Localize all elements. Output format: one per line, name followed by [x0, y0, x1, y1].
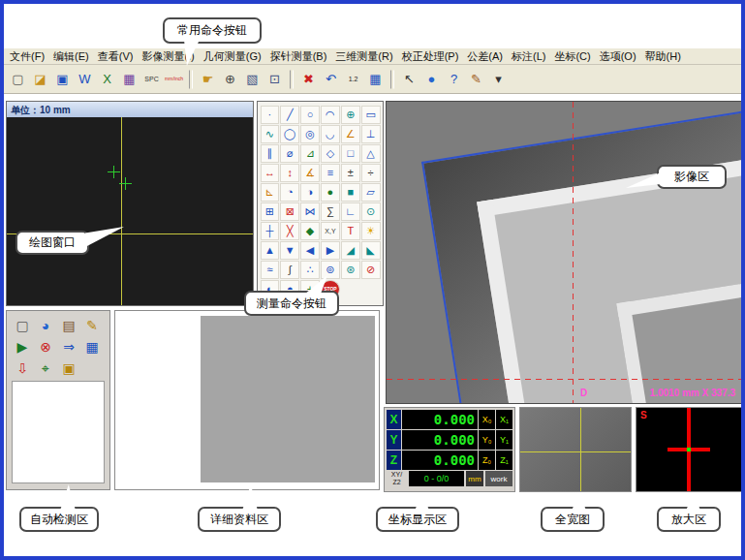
measure-tool-icon[interactable]: ▭: [361, 106, 381, 124]
measure-tool-icon[interactable]: ◑: [300, 183, 320, 202]
auto-detect-list[interactable]: [12, 381, 105, 483]
menu-item[interactable]: 三维测量(R): [335, 49, 392, 64]
axis-button[interactable]: Z: [387, 451, 401, 470]
measure-tool-icon[interactable]: ⊥: [361, 125, 381, 143]
pan-hand-icon[interactable]: ☛: [198, 69, 218, 89]
toolbar-separator[interactable]: [390, 70, 394, 89]
sphere-icon[interactable]: ●: [421, 69, 442, 89]
measure-tool-icon[interactable]: ⊿: [300, 144, 320, 163]
measure-tool-icon[interactable]: ∟: [341, 202, 360, 221]
measure-tool-icon[interactable]: ▶: [321, 241, 340, 260]
magnifier-panel[interactable]: S: [636, 407, 742, 492]
measure-tool-icon[interactable]: ◡: [321, 125, 340, 143]
run-icon[interactable]: ▶: [11, 336, 34, 358]
toolbar-separator[interactable]: [290, 70, 294, 89]
axis-button[interactable]: Y: [387, 430, 401, 450]
plane-toggle-button[interactable]: XY/ Z2: [387, 471, 407, 486]
measure-tool-icon[interactable]: ╱: [280, 106, 299, 124]
stop-icon[interactable]: ⊗: [34, 336, 57, 358]
grid-icon[interactable]: ▦: [80, 336, 104, 358]
number-label-icon[interactable]: 1.2: [343, 69, 363, 89]
draw-icon[interactable]: ✎: [466, 69, 486, 89]
measure-tool-icon[interactable]: ◢: [341, 241, 360, 260]
axis-half-button[interactable]: Z₁: [496, 451, 512, 470]
menu-item[interactable]: 探针测量(B): [270, 49, 327, 64]
measure-tool-icon[interactable]: ↔: [261, 164, 280, 182]
book-icon[interactable]: ▤: [57, 315, 80, 336]
measure-tool-icon[interactable]: ◯: [280, 125, 299, 143]
unit-toggle-button[interactable]: mm: [466, 471, 483, 486]
measure-tool-icon[interactable]: ∴: [300, 261, 320, 279]
measure-tool-icon[interactable]: ·: [261, 106, 280, 124]
spc-icon[interactable]: SPC: [141, 69, 162, 89]
measure-tool-icon[interactable]: ⋈: [300, 202, 320, 221]
measure-tool-icon[interactable]: X,Y: [321, 222, 340, 240]
measure-tool-icon[interactable]: ↕: [280, 164, 299, 182]
measure-tool-icon[interactable]: ◠: [321, 106, 340, 124]
cursor-icon[interactable]: ↖: [399, 69, 419, 89]
measure-tool-icon[interactable]: ▼: [280, 241, 299, 260]
menu-item[interactable]: 选项(O): [600, 49, 636, 64]
axis-zero-button[interactable]: Z₀: [479, 451, 495, 470]
work-mode-button[interactable]: work: [485, 471, 512, 486]
measure-tool-icon[interactable]: ┼: [261, 222, 280, 240]
menu-item[interactable]: 几何测量(G): [203, 49, 262, 64]
measure-tool-icon[interactable]: ⊚: [321, 261, 340, 279]
measure-tool-icon[interactable]: ▲: [261, 241, 280, 260]
dropdown-arrow-icon[interactable]: ▾: [488, 69, 509, 89]
fullview-panel[interactable]: [519, 407, 632, 492]
menu-item[interactable]: 查看(V): [98, 49, 134, 64]
open-folder-icon[interactable]: ◪: [30, 69, 50, 89]
image-area[interactable]: D 1.0010 mm X 337.3: [386, 101, 742, 404]
measure-tool-icon[interactable]: ⌀: [280, 144, 299, 163]
axis-button[interactable]: X: [387, 410, 401, 429]
axis-zero-button[interactable]: X₀: [479, 410, 495, 429]
doc-icon[interactable]: ▢: [11, 315, 34, 336]
zoom-in-icon[interactable]: ⊕: [220, 69, 240, 89]
measure-tool-icon[interactable]: ╳: [280, 222, 299, 240]
menu-item[interactable]: 坐标(C): [554, 49, 590, 64]
new-file-icon[interactable]: ▢: [8, 69, 28, 89]
menu-item[interactable]: 标注(L): [512, 49, 545, 64]
menu-item[interactable]: 帮助(H): [645, 49, 681, 64]
unit-toggle-icon[interactable]: mm/inch: [164, 69, 184, 89]
step-icon[interactable]: ⇒: [57, 336, 80, 358]
help-icon[interactable]: ?: [444, 69, 464, 89]
measure-tool-icon[interactable]: ±: [341, 164, 360, 182]
measure-tool-icon[interactable]: ⊾: [261, 183, 280, 202]
measure-tool-icon[interactable]: ■: [341, 183, 360, 202]
undo-icon[interactable]: ↶: [321, 69, 341, 89]
save-icon[interactable]: ▣: [52, 69, 73, 89]
measure-tool-icon[interactable]: □: [341, 144, 360, 163]
zoom-fit-icon[interactable]: ⊡: [264, 69, 285, 89]
measure-tool-icon[interactable]: ⊠: [280, 202, 299, 221]
measure-tool-icon[interactable]: ≡: [321, 164, 340, 182]
drawing-canvas[interactable]: [7, 117, 253, 305]
measure-tool-icon[interactable]: ◆: [300, 222, 320, 240]
grid-icon[interactable]: ▦: [365, 69, 386, 89]
menu-item[interactable]: 校正处理(P): [402, 49, 459, 64]
measure-tool-icon[interactable]: ⊘: [361, 261, 381, 279]
menu-item[interactable]: 公差(A): [467, 49, 503, 64]
menu-item[interactable]: 文件(F): [10, 49, 45, 64]
measure-tool-icon[interactable]: ◀: [300, 241, 320, 260]
measure-tool-icon[interactable]: ◇: [321, 144, 340, 163]
measure-tool-icon[interactable]: ≈: [261, 261, 280, 279]
detail-data-panel[interactable]: [114, 310, 380, 490]
download-icon[interactable]: ⇩: [11, 358, 34, 379]
measure-tool-icon[interactable]: ⊙: [361, 202, 381, 221]
measure-tool-icon[interactable]: ∡: [300, 164, 320, 182]
target-icon[interactable]: ⌖: [34, 358, 57, 379]
measure-tool-icon[interactable]: △: [361, 144, 381, 163]
measure-tool-icon[interactable]: ∑: [321, 202, 340, 221]
measure-tool-icon[interactable]: ÷: [361, 164, 381, 182]
zoom-window-icon[interactable]: ▧: [242, 69, 263, 89]
measure-tool-icon[interactable]: ∫: [280, 261, 299, 279]
edit-icon[interactable]: ✎: [80, 315, 104, 336]
measure-tool-icon[interactable]: ⊛: [341, 261, 360, 279]
measure-tool-icon[interactable]: ●: [321, 183, 340, 202]
toolbar-separator[interactable]: [189, 70, 193, 89]
measure-tool-icon[interactable]: ⊕: [341, 106, 360, 124]
measure-tool-icon[interactable]: ◎: [300, 125, 320, 143]
axis-half-button[interactable]: Y₁: [496, 430, 512, 450]
